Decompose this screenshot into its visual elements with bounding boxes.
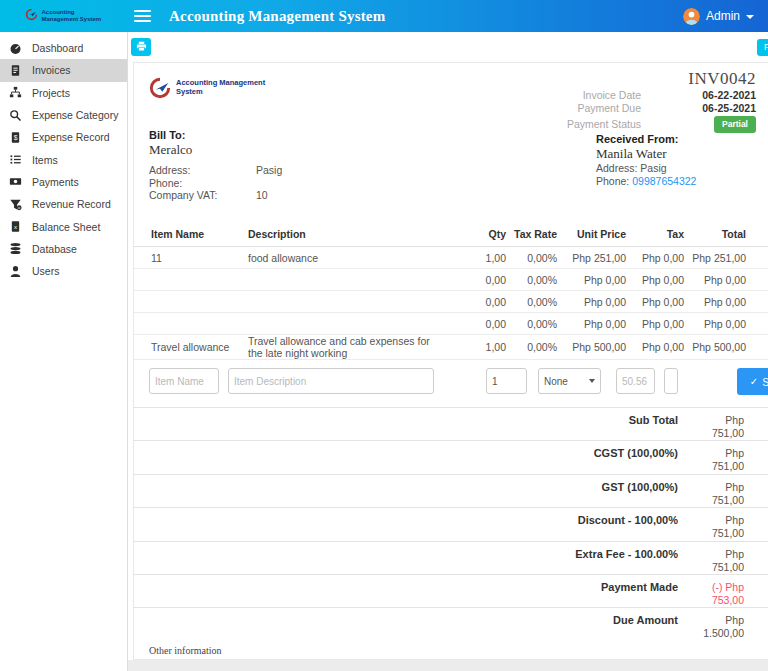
extra-fee-row: Extra Fee - 100.00% Php751,00 (134, 541, 768, 574)
list-icon (9, 153, 22, 166)
bill-to-name: Meralco (149, 142, 282, 158)
invoice-toolbar: PDF (128, 32, 768, 62)
bill-vat-row: Company VAT: 10 (149, 189, 282, 202)
items-table: Item Name Description Qty Tax Rate Unit … (134, 222, 768, 360)
print-button[interactable] (131, 38, 151, 56)
item-description: Travel allowance and cab expenses for th… (248, 335, 446, 360)
avatar (683, 8, 700, 25)
payment-made-row: Payment Made (-) Php753,00 (134, 574, 768, 607)
sidebar-item-expense-record[interactable]: $ Expense Record (0, 126, 127, 148)
svg-text:x: x (14, 224, 17, 230)
address-value: Pasig (640, 162, 666, 174)
col-qty: Qty (446, 222, 506, 247)
sidebar-item-projects[interactable]: Projects (0, 82, 127, 104)
expense-file-icon: $ (9, 131, 22, 144)
received-from-name: Manila Water (596, 146, 696, 162)
pdf-button[interactable]: PDF (757, 39, 768, 56)
table-header-row: Item Name Description Qty Tax Rate Unit … (134, 222, 768, 247)
sidebar-item-items[interactable]: Items (0, 148, 127, 170)
user-name: Admin (706, 9, 740, 23)
app-window: Accounting Management System Accounting … (0, 0, 768, 671)
table-row: 0,00 0,00% Php 0,00 Php 0,00 Php 0,00 (134, 269, 768, 291)
subtotal-row: Sub Total Php751,00 (134, 407, 768, 440)
invoice-date-value: 06-22-2021 (641, 89, 756, 102)
sidebar-item-expense-category[interactable]: Expense Category (0, 104, 127, 126)
save-button[interactable]: ✓ Save (737, 368, 768, 395)
sidebar-item-label: Dashboard (32, 42, 83, 54)
save-label: Save (762, 376, 768, 388)
payment-due-row: Payment Due 06-25-2021 (134, 102, 756, 115)
col-tax-rate: Tax Rate (506, 222, 557, 247)
invoice-header: INV0042 Invoice Date 06-22-2021 Payment … (134, 69, 756, 133)
col-tax: Tax (626, 222, 684, 247)
tax-amount-input[interactable] (664, 368, 678, 394)
sidebar-item-label: Users (32, 265, 59, 277)
bill-phone-row: Phone: (149, 177, 282, 190)
sidebar-item-revenue-record[interactable]: o Revenue Record (0, 193, 127, 215)
sidebar-item-label: Database (32, 243, 77, 255)
received-from-block: Received From: Manila Water Address: Pas… (596, 133, 696, 188)
received-phone-row: Phone: 09987654322 (596, 175, 696, 188)
received-address-row: Address: Pasig (596, 162, 696, 175)
item-description: food allowance (248, 247, 446, 269)
sidebar-item-label: Expense Record (32, 131, 110, 143)
bill-to-heading: Bill To: (149, 129, 282, 141)
main-content: PDF Accounting Management System INV0042 (128, 32, 768, 671)
menu-toggle-icon[interactable] (134, 7, 151, 25)
sidebar-item-label: Payments (32, 176, 79, 188)
totals-section: Sub Total Php751,00 CGST (100,00%) Php75… (134, 407, 768, 641)
item-description-input[interactable] (228, 368, 434, 394)
item-name-link[interactable]: 11 (134, 247, 248, 269)
vat-value: 10 (256, 189, 268, 202)
sidebar-item-invoices[interactable]: Invoices (0, 59, 127, 81)
money-icon (9, 175, 22, 188)
brand-text: Accounting Management System (42, 9, 104, 23)
sitemap-icon (9, 86, 22, 99)
qty-input[interactable] (486, 368, 527, 394)
sidebar-item-payments[interactable]: Payments (0, 171, 127, 193)
tax-select-value: None (544, 376, 568, 387)
printer-icon (136, 40, 147, 55)
app-title: Accounting Management System (169, 8, 385, 25)
invoice-number: INV0042 (134, 69, 756, 89)
sidebar-item-balance-sheet[interactable]: x Balance Sheet (0, 215, 127, 237)
invoice-icon (9, 64, 22, 77)
sidebar-item-label: Invoices (32, 64, 71, 76)
address-label: Address: (149, 164, 256, 177)
brand: Accounting Management System (0, 7, 128, 25)
add-item-form: None ✓ Save (134, 368, 768, 396)
brand-logo-icon (25, 7, 38, 25)
user-menu[interactable]: Admin (683, 8, 754, 25)
sidebar-item-label: Revenue Record (32, 198, 111, 210)
col-item-name: Item Name (134, 222, 248, 247)
bill-to-block: Bill To: Meralco Address: Pasig Phone: C… (149, 129, 282, 202)
sidebar-item-users[interactable]: Users (0, 260, 127, 282)
funnel-icon: o (9, 198, 22, 211)
discount-row: Discount - 100,00% Php751,00 (134, 507, 768, 540)
status-badge: Partial (714, 116, 756, 133)
chevron-down-icon (589, 379, 595, 383)
item-name-input[interactable] (149, 368, 219, 394)
dashboard-icon (9, 42, 22, 55)
bill-address-row: Address: Pasig (149, 164, 282, 177)
vat-label: Company VAT: (149, 189, 256, 202)
cgst-row: CGST (100,00%) Php751,00 (134, 440, 768, 473)
search-icon (9, 109, 22, 122)
table-row: 11 food allowance 1,00 0,00% Php 251,00 … (134, 247, 768, 269)
tax-select[interactable]: None (538, 368, 601, 394)
user-icon (9, 265, 22, 278)
sidebar-item-label: Expense Category (32, 109, 118, 121)
col-description: Description (248, 222, 446, 247)
gst-row: GST (100,00%) Php751,00 (134, 474, 768, 507)
invoice-date-label: Invoice Date (583, 89, 641, 102)
phone-link[interactable]: 09987654322 (632, 175, 696, 187)
sidebar-item-label: Balance Sheet (32, 221, 100, 233)
phone-label: Phone: (596, 175, 629, 187)
sidebar-item-dashboard[interactable]: Dashboard (0, 37, 127, 59)
item-name-link[interactable]: Travel allowance (134, 335, 248, 360)
payment-status-label: Payment Status (567, 118, 641, 131)
col-unit-price: Unit Price (557, 222, 626, 247)
unit-price-input[interactable] (616, 368, 655, 394)
sidebar-item-label: Items (32, 154, 58, 166)
sidebar-item-database[interactable]: Database (0, 238, 127, 260)
